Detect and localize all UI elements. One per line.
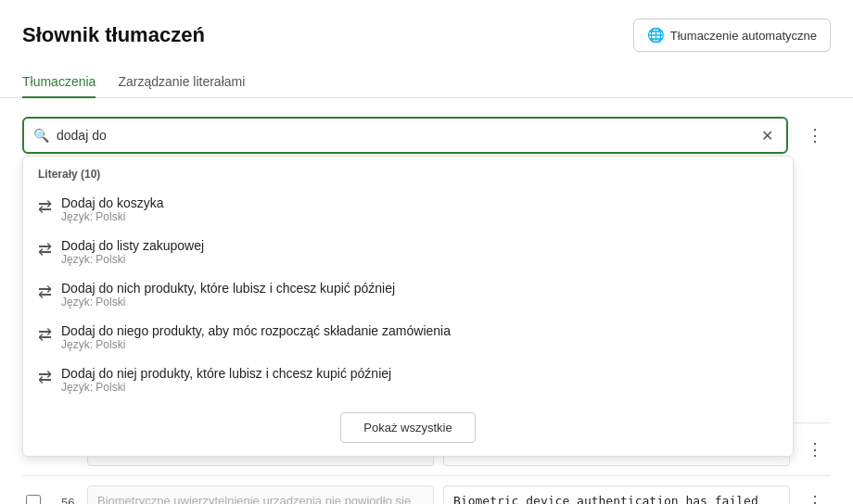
dropdown-item-label-2: Dodaj do nich produkty, które lubisz i c… xyxy=(61,281,778,296)
translate-icon-3: ⇄ xyxy=(38,324,52,345)
row-56-target[interactable]: Biometric device authentication has fail… xyxy=(443,485,790,504)
page: Słownik tłumaczeń 🌐 Tłumaczenie automaty… xyxy=(0,0,853,504)
clear-icon: ✕ xyxy=(761,128,773,144)
row-56-checkbox[interactable] xyxy=(26,495,41,504)
dropdown-item-label-3: Dodaj do niego produkty, aby móc rozpocz… xyxy=(61,323,778,338)
translate-icon-4: ⇄ xyxy=(38,367,52,387)
dropdown-item-sublabel-3: Język: Polski xyxy=(61,338,778,351)
search-dropdown: Literały (10) ⇄ Dodaj do koszyka Język: … xyxy=(22,156,794,457)
dropdown-item-sublabel-2: Język: Polski xyxy=(61,296,778,309)
globe-icon: 🌐 xyxy=(647,27,665,44)
search-container: 🔍 ✕ ⋮ Literały (10) ⇄ Dodaj do koszyka xyxy=(22,117,831,154)
search-input-wrapper: 🔍 ✕ xyxy=(22,117,788,154)
translate-icon-1: ⇄ xyxy=(38,239,52,259)
dropdown-item-1[interactable]: ⇄ Dodaj do listy zakupowej Język: Polski xyxy=(23,231,793,273)
row-56-num: 56. xyxy=(50,496,78,505)
dropdown-item-0[interactable]: ⇄ Dodaj do koszyka Język: Polski xyxy=(23,188,793,231)
dropdown-item-4[interactable]: ⇄ Dodaj do niej produkty, które lubisz i… xyxy=(23,359,793,401)
translate-icon-2: ⇄ xyxy=(38,282,52,302)
tabs-bar: Tłumaczenia Zarządzanie literałami xyxy=(0,67,853,98)
search-more-button[interactable]: ⋮ xyxy=(799,121,831,149)
show-all-button[interactable]: Pokaż wszystkie xyxy=(340,412,475,443)
search-icon: 🔍 xyxy=(33,128,49,143)
auto-translate-button[interactable]: 🌐 Tłumaczenie automatyczne xyxy=(633,19,831,52)
table-row-56: 56. Biometryczne uwierzytelnienie urządz… xyxy=(22,475,831,504)
clear-button[interactable]: ✕ xyxy=(758,125,777,146)
dropdown-item-sublabel-4: Język: Polski xyxy=(61,381,778,394)
translate-icon-0: ⇄ xyxy=(38,196,52,217)
dropdown-item-3[interactable]: ⇄ Dodaj do niego produkty, aby móc rozpo… xyxy=(23,316,793,359)
dropdown-item-2[interactable]: ⇄ Dodaj do nich produkty, które lubisz i… xyxy=(23,273,793,316)
dropdown-item-sublabel-1: Język: Polski xyxy=(61,253,778,266)
row-56-source: Biometryczne uwierzytelnienie urządzenia… xyxy=(87,485,434,504)
dropdown-item-label-4: Dodaj do niej produkty, które lubisz i c… xyxy=(61,366,778,381)
auto-translate-label: Tłumaczenie automatyczne xyxy=(670,29,817,43)
page-title: Słownik tłumaczeń xyxy=(22,23,205,47)
tab-literals[interactable]: Zarządzanie literałami xyxy=(118,67,245,98)
dropdown-footer: Pokaż wszystkie xyxy=(23,401,793,456)
more-icon-55: ⋮ xyxy=(807,440,823,459)
dropdown-item-label-1: Dodaj do listy zakupowej xyxy=(61,238,778,253)
search-input[interactable] xyxy=(57,119,750,152)
dropdown-item-sublabel-0: Język: Polski xyxy=(61,210,778,223)
more-icon: ⋮ xyxy=(807,126,823,145)
dropdown-section-title: Literały (10) xyxy=(23,168,793,188)
search-row: 🔍 ✕ ⋮ xyxy=(22,117,831,154)
row-55-more-button[interactable]: ⋮ xyxy=(799,435,831,463)
row-56-more-button[interactable]: ⋮ xyxy=(799,488,831,504)
more-icon-56: ⋮ xyxy=(807,493,823,504)
tab-translations[interactable]: Tłumaczenia xyxy=(22,67,95,98)
main-content: 🔍 ✕ ⋮ Literały (10) ⇄ Dodaj do koszyka xyxy=(0,98,853,504)
header: Słownik tłumaczeń 🌐 Tłumaczenie automaty… xyxy=(0,0,853,67)
dropdown-item-label-0: Dodaj do koszyka xyxy=(61,195,778,210)
